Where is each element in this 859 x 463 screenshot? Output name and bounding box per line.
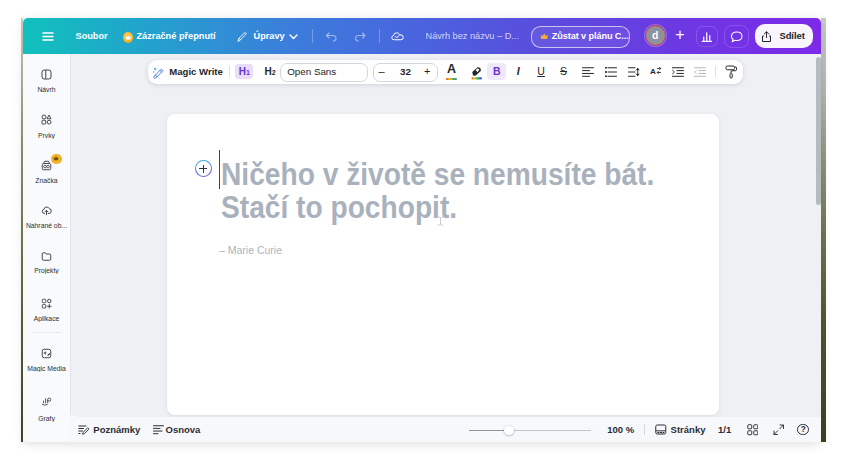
svg-text:A: A [650, 67, 656, 76]
